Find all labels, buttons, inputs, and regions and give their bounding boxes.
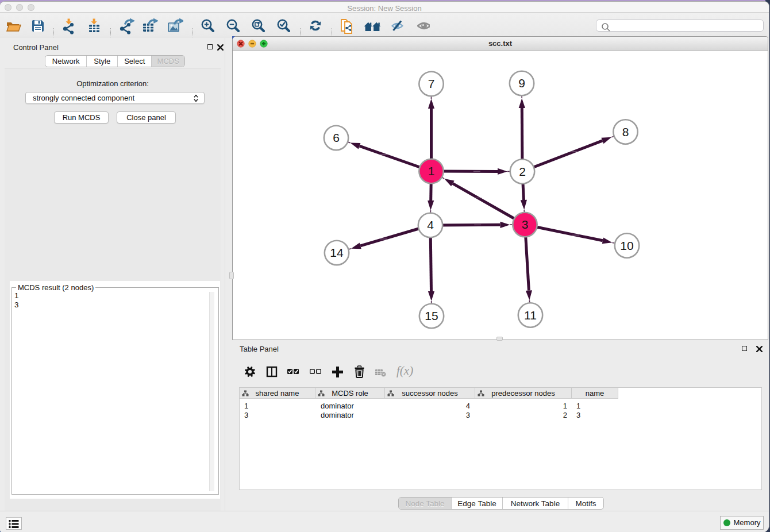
svg-text:3: 3: [522, 218, 529, 231]
svg-text:14: 14: [330, 246, 344, 259]
svg-text:6: 6: [333, 131, 340, 144]
svg-text:15: 15: [425, 309, 438, 322]
svg-text:2: 2: [519, 165, 526, 178]
svg-text:7: 7: [428, 77, 435, 90]
svg-text:1: 1: [428, 164, 435, 178]
svg-text:11: 11: [524, 309, 537, 322]
svg-text:10: 10: [620, 239, 633, 252]
svg-text:8: 8: [622, 125, 629, 138]
svg-text:9: 9: [518, 76, 525, 90]
svg-text:4: 4: [427, 218, 434, 232]
